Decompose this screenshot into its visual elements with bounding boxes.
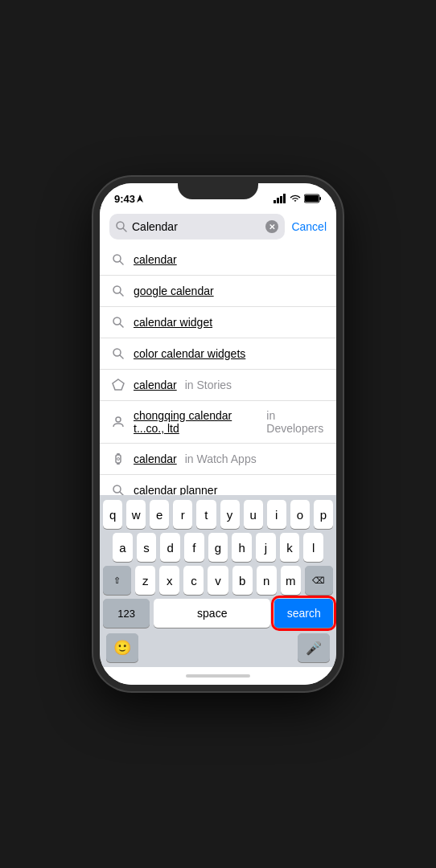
search-icon (111, 315, 125, 330)
svg-rect-4 (283, 194, 286, 203)
svg-rect-21 (117, 453, 120, 455)
clear-search-button[interactable]: ✕ (265, 220, 278, 233)
stories-icon (111, 378, 125, 392)
watch-icon (111, 452, 125, 466)
keyboard-row-3: ⇧ z x c v b n m ⌫ (103, 566, 333, 595)
keyboard-row-1: q w e r t y u i o p (103, 500, 333, 529)
search-icon (111, 252, 125, 267)
key-z[interactable]: z (135, 566, 155, 595)
svg-point-23 (117, 458, 120, 461)
list-item[interactable]: google calendar (100, 276, 336, 307)
phone-frame: 9:43 (93, 177, 343, 691)
key-v[interactable]: v (208, 566, 228, 595)
location-arrow-icon (137, 194, 143, 203)
svg-rect-20 (116, 455, 121, 463)
key-g[interactable]: g (208, 533, 228, 562)
home-indicator (100, 667, 336, 685)
mic-key[interactable]: 🎤 (298, 633, 330, 662)
list-item[interactable]: color calendar widgets (100, 338, 336, 370)
svg-line-15 (120, 324, 123, 327)
battery-icon (304, 194, 322, 203)
person-icon (111, 415, 125, 429)
key-q[interactable]: q (103, 500, 122, 529)
key-m[interactable]: m (281, 566, 301, 595)
suggestion-text: calendar planner (134, 484, 217, 495)
svg-rect-7 (305, 195, 319, 202)
key-i[interactable]: i (267, 500, 286, 529)
status-time: 9:43 (114, 193, 143, 205)
svg-rect-22 (117, 463, 120, 465)
svg-marker-0 (137, 194, 143, 203)
key-p[interactable]: p (314, 500, 333, 529)
key-l[interactable]: l (303, 533, 323, 562)
suggestions-list: calendar google calendar calendar widget… (100, 244, 336, 495)
suggestion-text: calendar widget (134, 316, 212, 329)
search-field-icon (116, 221, 127, 232)
list-item[interactable]: calendar planner (100, 475, 336, 495)
key-d[interactable]: d (160, 533, 180, 562)
key-r[interactable]: r (173, 500, 192, 529)
search-key-wrapper: search (274, 599, 333, 628)
suggestion-text: calendar (134, 379, 177, 391)
suggestion-suffix: in Developers (266, 409, 325, 435)
key-c[interactable]: c (183, 566, 204, 595)
search-field[interactable]: Calendar ✕ (109, 214, 285, 240)
svg-rect-6 (319, 197, 321, 200)
svg-rect-2 (277, 198, 279, 203)
suggestion-text: color calendar widgets (134, 347, 245, 360)
cancel-button[interactable]: Cancel (291, 220, 327, 233)
svg-point-19 (116, 417, 121, 422)
space-key[interactable]: space (154, 599, 270, 628)
list-item[interactable]: calendar widget (100, 307, 336, 338)
key-y[interactable]: y (220, 500, 240, 529)
status-icons (274, 194, 322, 203)
wifi-icon (290, 194, 301, 203)
delete-key[interactable]: ⌫ (305, 566, 333, 595)
keyboard-row-2: a s d f g h j k l (103, 533, 333, 562)
suggestion-suffix: in Watch Apps (185, 452, 257, 465)
search-icon (111, 483, 125, 495)
key-b[interactable]: b (232, 566, 253, 595)
num-key[interactable]: 123 (103, 599, 150, 628)
search-bar-row: Calendar ✕ Cancel (100, 209, 336, 244)
key-s[interactable]: s (137, 533, 157, 562)
svg-rect-1 (274, 200, 276, 203)
notch (178, 183, 258, 199)
svg-line-11 (120, 261, 123, 264)
svg-line-13 (120, 293, 123, 296)
shift-key[interactable]: ⇧ (103, 566, 131, 595)
keyboard-row-4: 123 space search (103, 599, 333, 628)
key-w[interactable]: w (126, 500, 146, 529)
list-item[interactable]: calendar (100, 244, 336, 276)
keyboard: q w e r t y u i o p a s d f g h j k (100, 495, 336, 667)
key-f[interactable]: f (184, 533, 204, 562)
key-u[interactable]: u (244, 500, 263, 529)
key-n[interactable]: n (257, 566, 277, 595)
emoji-key[interactable]: 🙂 (106, 633, 138, 662)
suggestion-text: google calendar (134, 285, 214, 297)
list-item[interactable]: chongqing calendar t...co., ltd in Devel… (100, 401, 336, 444)
key-t[interactable]: t (196, 500, 216, 529)
key-j[interactable]: j (256, 533, 276, 562)
search-key[interactable]: search (274, 599, 333, 628)
key-o[interactable]: o (290, 500, 310, 529)
home-bar (186, 674, 250, 678)
key-k[interactable]: k (280, 533, 300, 562)
search-field-value: Calendar (132, 220, 261, 233)
key-a[interactable]: a (113, 533, 133, 562)
list-item[interactable]: calendar in Watch Apps (100, 444, 336, 475)
svg-line-9 (123, 228, 126, 231)
svg-line-17 (120, 355, 123, 358)
phone-screen: 9:43 (100, 183, 336, 685)
search-icon (111, 346, 125, 361)
key-e[interactable]: e (150, 500, 169, 529)
list-item[interactable]: calendar in Stories (100, 370, 336, 401)
key-x[interactable]: x (159, 566, 179, 595)
svg-marker-18 (113, 379, 124, 390)
suggestion-text: chongqing calendar t...co., ltd (134, 409, 258, 435)
key-h[interactable]: h (232, 533, 252, 562)
suggestion-text: calendar (134, 452, 177, 465)
time-display: 9:43 (114, 193, 135, 205)
suggestion-text: calendar (134, 253, 177, 266)
search-icon (111, 284, 125, 298)
